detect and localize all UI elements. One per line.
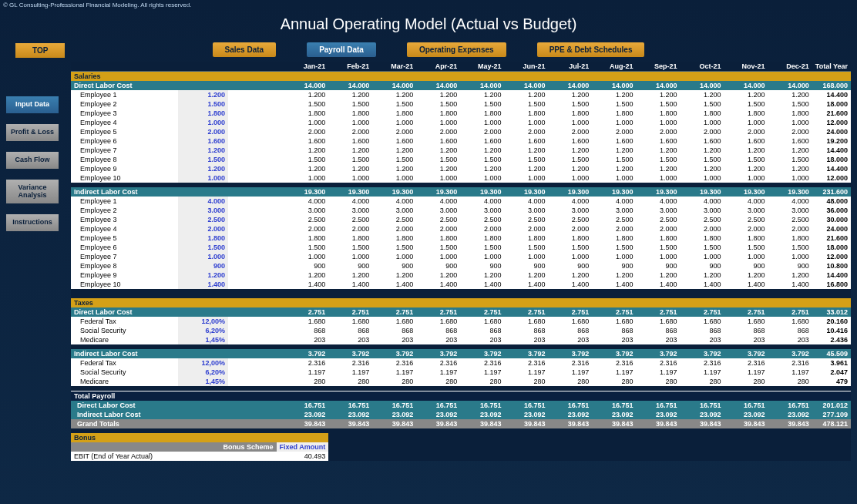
row-month: 1.197 xyxy=(724,368,768,377)
row-month: 868 xyxy=(681,326,724,335)
total-row-month: 16.751 xyxy=(724,401,768,410)
side-profit-loss[interactable]: Profit & Loss xyxy=(6,124,59,141)
row-month: 1.680 xyxy=(681,317,724,326)
nav-ppe-debt[interactable]: PPE & Debt Schedules xyxy=(537,42,645,57)
row-input[interactable]: 1.800 xyxy=(178,109,228,118)
row-input[interactable]: 3.000 xyxy=(178,206,228,215)
row-month: 1.800 xyxy=(372,234,416,243)
row-month: 280 xyxy=(416,377,460,386)
row-input[interactable]: 2.000 xyxy=(178,127,228,136)
row-total: 21.600 xyxy=(812,234,851,243)
row-input[interactable]: 12,00% xyxy=(178,317,228,326)
row-input[interactable]: 1.500 xyxy=(178,243,228,252)
row-month: 203 xyxy=(724,335,768,344)
row-month: 1.000 xyxy=(681,173,724,183)
nav-sales-data[interactable]: Sales Data xyxy=(213,42,277,57)
row-input[interactable]: 1.600 xyxy=(178,136,228,146)
row-month: 4.000 xyxy=(460,197,504,206)
row-input[interactable]: 1.800 xyxy=(178,234,228,243)
row-month: 1.200 xyxy=(372,90,416,99)
row-input[interactable]: 1,45% xyxy=(178,335,228,344)
row-input[interactable]: 2.500 xyxy=(178,215,228,224)
row-month: 1.200 xyxy=(328,164,372,173)
row-input[interactable]: 1.000 xyxy=(178,118,228,127)
row-input[interactable]: 1.500 xyxy=(178,99,228,109)
side-instructions[interactable]: Instructions xyxy=(6,214,59,231)
row-month: 203 xyxy=(328,335,372,344)
row-input[interactable]: 1.200 xyxy=(178,90,228,99)
row-month: 2.500 xyxy=(681,215,724,224)
row-month: 1.400 xyxy=(328,280,372,289)
subsection-header: Indirect Labor Cost xyxy=(71,187,277,197)
subsection-month: 3.792 xyxy=(460,349,504,358)
row-month: 280 xyxy=(277,377,329,386)
row-month: 2.000 xyxy=(372,224,416,234)
month-header: Oct-21 xyxy=(681,62,724,72)
row-month: 280 xyxy=(372,377,416,386)
row-month: 868 xyxy=(328,326,372,335)
row-total: 21.600 xyxy=(812,109,851,118)
row-month: 1.500 xyxy=(592,99,636,109)
month-header: Jan-21 xyxy=(277,62,329,72)
row-month: 1.200 xyxy=(277,90,329,99)
row-total: 16.800 xyxy=(812,280,851,289)
row-month: 1.500 xyxy=(724,243,768,252)
row-month: 1.000 xyxy=(416,252,460,261)
row-month: 280 xyxy=(328,377,372,386)
subsection-month: 2.751 xyxy=(277,307,329,317)
row-input[interactable]: 1.000 xyxy=(178,173,228,183)
row-input[interactable]: 1,45% xyxy=(178,377,228,386)
side-input-data[interactable]: Input Data xyxy=(6,96,59,113)
row-month: 1.000 xyxy=(636,118,680,127)
side-cash-flow[interactable]: Cash Flow xyxy=(6,152,59,169)
row-input[interactable]: 6,20% xyxy=(178,326,228,335)
row-month: 280 xyxy=(768,377,812,386)
row-month: 1.500 xyxy=(768,99,812,109)
row-month: 203 xyxy=(681,335,724,344)
top-button[interactable]: TOP xyxy=(15,43,65,58)
row-month: 868 xyxy=(724,326,768,335)
row-month: 1.680 xyxy=(416,317,460,326)
total-row-month: 16.751 xyxy=(681,401,724,410)
row-month: 1.400 xyxy=(548,280,592,289)
side-variance[interactable]: Variance Analysis xyxy=(6,180,59,204)
row-input[interactable]: 1.200 xyxy=(178,146,228,155)
row-month: 1.000 xyxy=(460,173,504,183)
nav-operating-expenses[interactable]: Operating Expenses xyxy=(407,42,506,57)
bonus-header: Bonus xyxy=(71,433,328,442)
total-row-month: 16.751 xyxy=(636,401,680,410)
row-month: 1.500 xyxy=(277,155,329,164)
row-input[interactable]: 4.000 xyxy=(178,197,228,206)
subsection-header: Indirect Labor Cost xyxy=(71,349,277,358)
row-month: 2.000 xyxy=(277,127,329,136)
row-month: 1.500 xyxy=(768,155,812,164)
row-input[interactable]: 2.000 xyxy=(178,224,228,234)
row-month: 1.500 xyxy=(681,99,724,109)
row-month: 900 xyxy=(277,261,329,270)
row-label: Medicare xyxy=(71,377,178,386)
row-input[interactable]: 1.200 xyxy=(178,164,228,173)
row-input[interactable]: 900 xyxy=(178,261,228,270)
row-input[interactable]: 1.000 xyxy=(178,252,228,261)
row-month: 1.500 xyxy=(372,243,416,252)
subsection-month: 14.000 xyxy=(768,81,812,90)
row-month: 1.200 xyxy=(460,164,504,173)
row-input[interactable]: 1.400 xyxy=(178,280,228,289)
row-input[interactable]: 12,00% xyxy=(178,358,228,368)
bonus-fixed-value[interactable]: Fixed Amount xyxy=(277,442,329,452)
row-label: Employee 1 xyxy=(71,197,178,206)
row-input[interactable]: 1.500 xyxy=(178,155,228,164)
row-month: 1.600 xyxy=(681,136,724,146)
row-input[interactable]: 1.200 xyxy=(178,270,228,280)
total-row-month: 23.092 xyxy=(328,410,372,419)
row-month: 1.800 xyxy=(768,109,812,118)
row-month: 1.680 xyxy=(460,317,504,326)
total-row-label: Direct Labor Cost xyxy=(71,401,277,410)
row-month: 1.680 xyxy=(372,317,416,326)
row-input[interactable]: 6,20% xyxy=(178,368,228,377)
row-month: 1.800 xyxy=(460,234,504,243)
subsection-year: 33.012 xyxy=(812,307,851,317)
nav-payroll-data[interactable]: Payroll Data xyxy=(307,42,376,57)
row-month: 900 xyxy=(548,261,592,270)
row-month: 900 xyxy=(681,261,724,270)
